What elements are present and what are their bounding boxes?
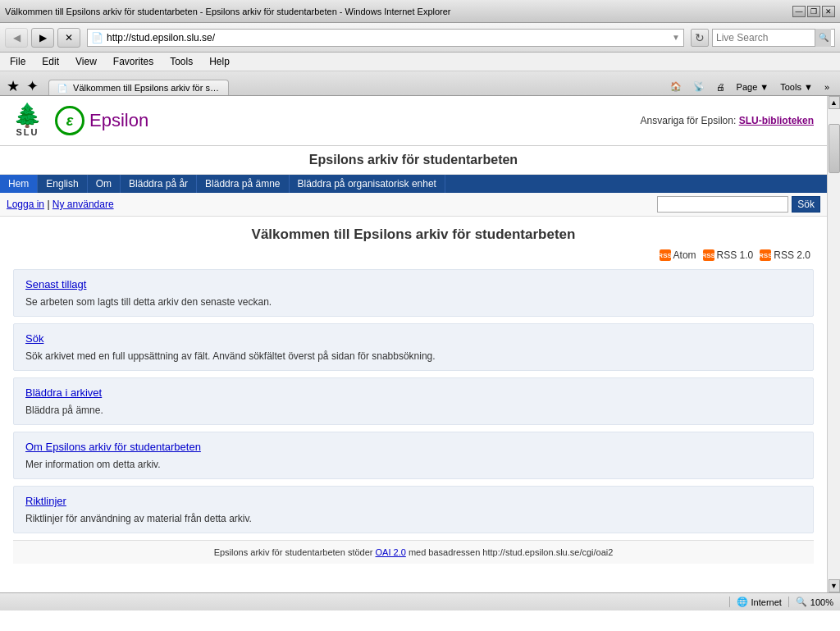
live-search-box[interactable]: 🔍 xyxy=(712,29,835,47)
responsible-link[interactable]: SLU-biblioteken xyxy=(739,115,814,126)
browser-titlebar: Välkommen till Epsilons arkiv för studen… xyxy=(0,0,840,23)
slu-tree-icon: 🌲 xyxy=(13,104,42,127)
print-icon-btn[interactable]: 🖨 xyxy=(712,80,729,94)
new-user-link[interactable]: Ny användare xyxy=(52,199,114,210)
url-input[interactable] xyxy=(107,32,672,43)
responsible-label: Ansvariga för Epsilon: xyxy=(641,115,737,126)
site-subtitle: Epsilons arkiv för studentarbeten xyxy=(0,146,827,175)
scrollbar-up-btn[interactable]: ▲ xyxy=(829,96,840,109)
zoom-icon: 🔍 xyxy=(796,597,807,607)
close-button[interactable]: ✕ xyxy=(822,6,835,17)
zoom-label: 100% xyxy=(810,597,833,607)
scrollbar-thumb[interactable] xyxy=(829,124,840,173)
browser-toolbar: ◀ ▶ ✕ 📄 ▼ ↻ 🔍 xyxy=(0,23,840,53)
favorites-star[interactable]: ★ xyxy=(7,77,20,95)
slu-text: SLU xyxy=(16,127,39,137)
card-senast-tillagt: Senast tillagt Se arbeten som lagts till… xyxy=(13,269,814,317)
nav-item-bladdra-org[interactable]: Bläddra på organisatorisk enhet xyxy=(290,175,445,193)
card-riktlinjer: Riktlinjer Riktlinjer för användning av … xyxy=(13,486,814,533)
site-search-button[interactable]: Sök xyxy=(792,196,820,213)
nav-item-hem[interactable]: Hem xyxy=(0,175,38,193)
login-links: Logga in | Ny användare xyxy=(7,199,114,210)
status-bar: 🌐 Internet 🔍 100% xyxy=(0,592,840,610)
search-area: Sök xyxy=(657,196,820,213)
login-link[interactable]: Logga in xyxy=(7,199,44,210)
slu-logo: 🌲 SLU xyxy=(13,104,42,137)
rss20-feed-label: RSS 2.0 xyxy=(774,249,810,261)
refresh-button[interactable]: ↻ xyxy=(691,29,709,47)
window-controls: — ❐ ✕ xyxy=(792,6,835,17)
menu-view[interactable]: View xyxy=(72,54,100,69)
nav-item-english[interactable]: English xyxy=(38,175,87,193)
rss10-feed-label: RSS 1.0 xyxy=(717,249,754,261)
rss10-feed-icon: RSS xyxy=(703,249,714,261)
menu-tools[interactable]: Tools xyxy=(167,54,196,69)
add-favorites[interactable]: ✦ xyxy=(26,77,39,95)
live-search-button[interactable]: 🔍 xyxy=(815,29,831,47)
card-om-epsilon: Om Epsilons arkiv för studentarbeten Mer… xyxy=(13,432,814,479)
address-bar[interactable]: 📄 ▼ xyxy=(87,29,684,47)
site-search-input[interactable] xyxy=(657,196,788,213)
card-bladdra: Bläddra i arkivet Bläddra på ämne. xyxy=(13,377,814,425)
page-wrapper: 🌲 SLU ε Epsilon Ansvariga för Epsilon: S… xyxy=(0,96,840,592)
main-content: Välkommen till Epsilons arkiv för studen… xyxy=(0,217,827,574)
rss10-feed-link[interactable]: RSS RSS 1.0 xyxy=(703,249,754,261)
page-btn[interactable]: Page ▼ xyxy=(733,80,774,94)
card-riktlinjer-desc: Riktlinjer för användning av material fr… xyxy=(25,513,252,524)
page-title: Välkommen till Epsilons arkiv för studen… xyxy=(13,226,814,243)
menu-file[interactable]: File xyxy=(7,54,29,69)
nav-item-om[interactable]: Om xyxy=(88,175,121,193)
scrollbar-track[interactable]: ▲ ▼ xyxy=(827,96,840,592)
footer-oai-link[interactable]: OAI 2.0 xyxy=(376,547,406,557)
feeds-icon-btn[interactable]: 📡 xyxy=(689,80,709,94)
statusbar-right: 🌐 Internet 🔍 100% xyxy=(729,597,833,607)
menu-edit[interactable]: Edit xyxy=(39,54,62,69)
card-sok-desc: Sök arkivet med en full uppsättning av f… xyxy=(25,350,436,362)
stop-button[interactable]: ✕ xyxy=(57,28,80,48)
forward-button[interactable]: ▶ xyxy=(31,28,54,48)
menu-help[interactable]: Help xyxy=(206,54,233,69)
epsilon-logo: ε Epsilon xyxy=(55,106,148,135)
responsible-area: Ansvariga för Epsilon: SLU-biblioteken xyxy=(641,115,814,126)
rss20-feed-icon: RSS xyxy=(760,249,771,261)
card-bladdra-title[interactable]: Bläddra i arkivet xyxy=(25,386,801,399)
restore-button[interactable]: ❐ xyxy=(807,6,820,17)
card-om-epsilon-desc: Mer information om detta arkiv. xyxy=(25,459,161,470)
zone-label: Internet xyxy=(751,597,782,607)
menu-favorites[interactable]: Favorites xyxy=(110,54,157,69)
extra-btn[interactable]: » xyxy=(820,80,833,94)
card-riktlinjer-title[interactable]: Riktlinjer xyxy=(25,495,801,507)
browser-title: Välkommen till Epsilons arkiv för studen… xyxy=(5,7,792,16)
tab-icon: 📄 xyxy=(57,84,67,93)
minimize-button[interactable]: — xyxy=(792,6,806,17)
scrollbar-down-btn[interactable]: ▼ xyxy=(829,579,840,592)
back-button[interactable]: ◀ xyxy=(5,28,28,48)
epsilon-link[interactable]: Epsilon xyxy=(89,110,148,131)
tabs-bar: ★ ✦ 📄 Välkommen till Epsilons arkiv för … xyxy=(0,71,840,96)
atom-feed-label: Atom xyxy=(673,249,696,261)
tools-btn[interactable]: Tools ▼ xyxy=(776,80,817,94)
zoom-indicator[interactable]: 🔍 100% xyxy=(788,597,833,607)
globe-icon: 🌐 xyxy=(737,597,748,607)
logo-area: 🌲 SLU ε Epsilon xyxy=(13,104,148,137)
rss20-feed-link[interactable]: RSS RSS 2.0 xyxy=(760,249,810,261)
atom-feed-icon: RSS xyxy=(660,249,671,261)
nav-item-bladdra-ar[interactable]: Bläddra på år xyxy=(121,175,197,193)
home-icon-btn[interactable]: 🏠 xyxy=(666,80,686,94)
nav-item-bladdra-amne[interactable]: Bläddra på ämne xyxy=(197,175,289,193)
card-bladdra-desc: Bläddra på ämne. xyxy=(25,405,103,416)
zone-indicator: 🌐 Internet xyxy=(729,597,782,607)
atom-feed-link[interactable]: RSS Atom xyxy=(660,249,696,261)
site-header: 🌲 SLU ε Epsilon Ansvariga för Epsilon: S… xyxy=(0,96,827,146)
card-om-epsilon-title[interactable]: Om Epsilons arkiv för studentarbeten xyxy=(25,441,801,453)
nav-bar: Hem English Om Bläddra på år Bläddra på … xyxy=(0,175,827,193)
card-senast-tillagt-desc: Se arbeten som lagts till detta arkiv de… xyxy=(25,296,272,308)
browser-tab-main[interactable]: 📄 Välkommen till Epsilons arkiv för stud… xyxy=(48,80,229,95)
card-sok-title[interactable]: Sök xyxy=(25,332,801,345)
feed-links: RSS Atom RSS RSS 1.0 RSS RSS 2.0 xyxy=(13,249,814,261)
footer-bar: Epsilons arkiv för studentarbeten stöder… xyxy=(13,540,814,564)
footer-text-before: Epsilons arkiv för studentarbeten stöder xyxy=(214,547,376,557)
menu-bar: File Edit View Favorites Tools Help xyxy=(0,53,840,71)
card-senast-tillagt-title[interactable]: Senast tillagt xyxy=(25,278,801,290)
live-search-input[interactable] xyxy=(716,32,815,43)
